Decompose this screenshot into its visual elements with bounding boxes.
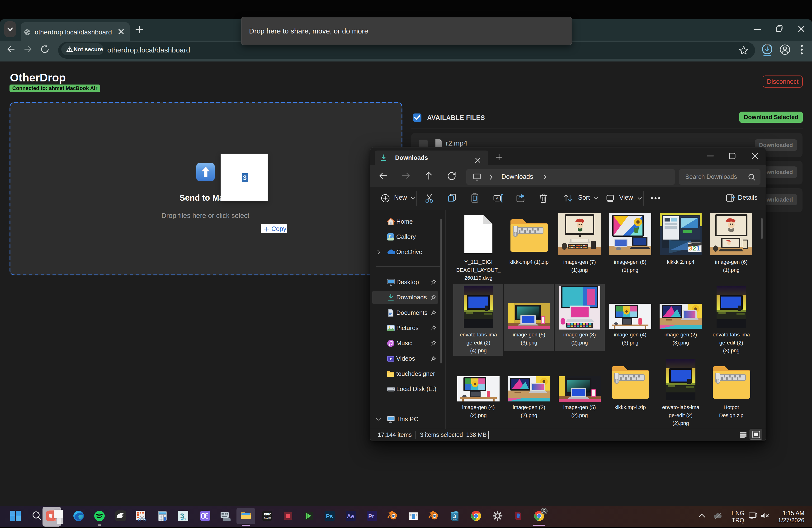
svg-text:2: 2 — [693, 245, 696, 252]
svg-text:A: A — [496, 196, 498, 201]
svg-text:Ae: Ae — [347, 513, 354, 519]
svg-text:Ps: Ps — [326, 513, 333, 519]
svg-text:Pr: Pr — [368, 513, 374, 519]
svg-text:MAX: MAX — [181, 518, 186, 521]
svg-text:3: 3 — [689, 245, 692, 252]
svg-text:EPIC: EPIC — [264, 513, 271, 516]
svg-text:MAX: MAX — [453, 518, 458, 521]
svg-text:GAMES: GAMES — [263, 517, 271, 519]
svg-text:1: 1 — [696, 245, 700, 252]
